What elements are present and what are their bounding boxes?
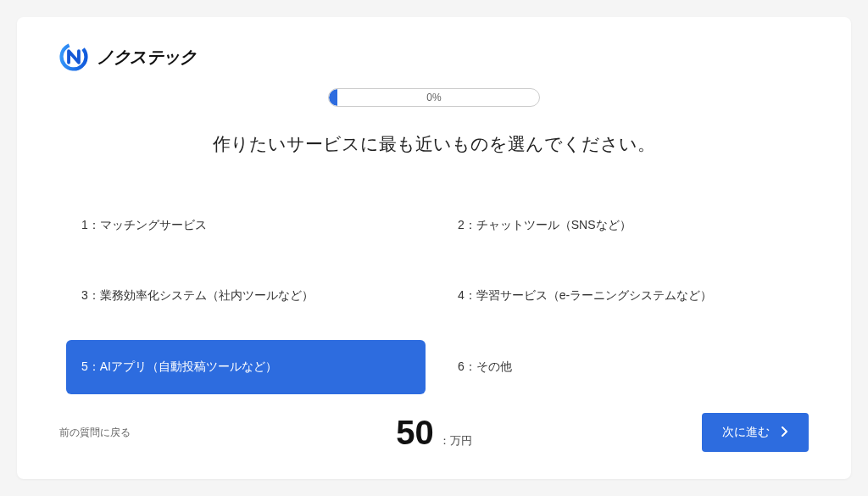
progress-bar: 0%	[328, 88, 540, 107]
option-5[interactable]: 5：AIアプリ（自動投稿ツールなど）	[66, 340, 426, 394]
brand-name: ノクステック	[97, 46, 196, 69]
question-text: 作りたいサービスに最も近いものを選んでください。	[59, 132, 809, 156]
progress-label: 0%	[329, 89, 539, 106]
chevron-right-icon	[782, 426, 788, 439]
progress-container: 0%	[59, 88, 809, 107]
option-1[interactable]: 1：マッチングサービス	[66, 198, 426, 253]
footer: 前の質問に戻る 50 ：万円 次に進む	[59, 411, 809, 454]
back-button[interactable]: 前の質問に戻る	[59, 426, 131, 440]
option-6[interactable]: 6：その他	[442, 340, 802, 394]
logo: ノクステック	[59, 42, 809, 71]
option-3[interactable]: 3：業務効率化システム（社内ツールなど）	[66, 270, 426, 324]
option-2[interactable]: 2：チャットツール（SNSなど）	[442, 198, 802, 253]
price-display: 50 ：万円	[396, 414, 472, 452]
survey-card: ノクステック 0% 作りたいサービスに最も近いものを選んでください。 1：マッチ…	[17, 17, 851, 479]
next-button[interactable]: 次に進む	[702, 413, 809, 452]
price-unit: ：万円	[439, 433, 472, 449]
price-number: 50	[396, 414, 434, 452]
options-grid: 1：マッチングサービス 2：チャットツール（SNSなど） 3：業務効率化システム…	[59, 198, 809, 394]
option-4[interactable]: 4：学習サービス（e-ラーニングシステムなど）	[442, 270, 802, 324]
brand-icon	[59, 42, 88, 71]
next-button-label: 次に進む	[722, 425, 770, 440]
